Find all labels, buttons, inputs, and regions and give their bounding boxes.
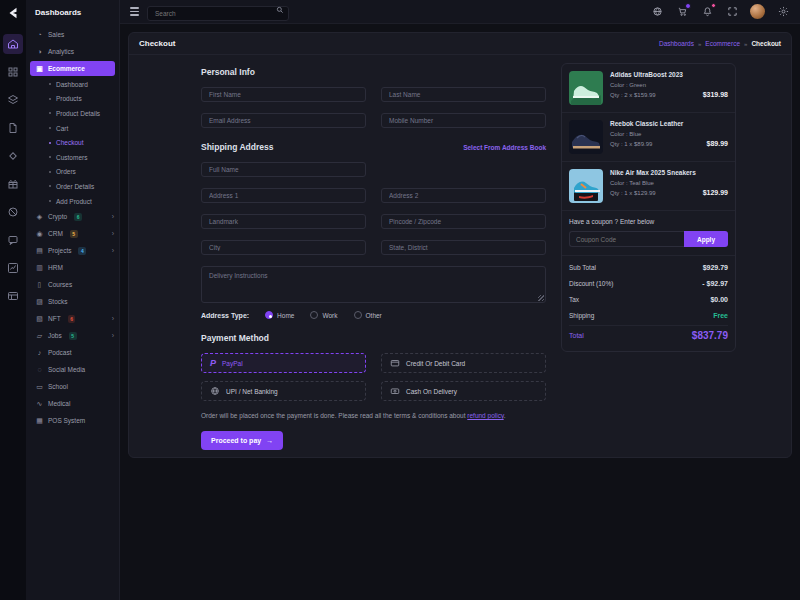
order-summary-panel: Adidas UltraBoost 2023 Color : Green Qty… [561,63,736,352]
sidebar-item-school[interactable]: ▭ School [26,378,119,395]
sidebar-item-ecommerce[interactable]: ▣ Ecommerce [30,61,115,76]
sidebar-subitem-add-product[interactable]: Add Product [26,194,119,209]
rail-home-icon[interactable] [3,34,23,54]
cart-item-reebok: Reebok Classic Leather Color : Blue Qty … [562,113,735,162]
sidebar-item-courses[interactable]: ▯ Courses [26,276,119,293]
pincode-field[interactable] [381,214,546,229]
sidebar-item-stocks[interactable]: ▨ Stocks [26,293,119,310]
payment-option-upi[interactable]: UPI / Net Banking [201,381,366,401]
sidebar-item-medical[interactable]: ∿ Medical [26,395,119,412]
address1-field[interactable] [201,188,366,203]
page-title: Checkout [139,39,175,48]
payment-option-paypal[interactable]: P PayPal [201,353,366,373]
cart-icon[interactable] [675,5,689,19]
rail-pages-icon[interactable] [3,118,23,138]
radio-icon [354,311,362,319]
user-avatar[interactable] [750,4,765,19]
email-field[interactable] [201,113,366,128]
sidebar-item-crm[interactable]: ◉ CRM 5 › [26,225,119,242]
sidebar-item-nft[interactable]: ▧ NFT 6 › [26,310,119,327]
product-image-nike [569,169,603,203]
landmark-field[interactable] [201,214,366,229]
sidebar-item-hrm[interactable]: ▥ HRM [26,259,119,276]
hrm-icon: ▥ [35,264,44,272]
breadcrumb-ecommerce[interactable]: Ecommerce [705,40,740,47]
sidebar-item-social-media[interactable]: ◌ Social Media [26,361,119,378]
language-globe-icon[interactable] [650,5,664,19]
cart-item-nike: Nike Air Max 2025 Sneakers Color : Teal … [562,162,735,211]
checkout-card: Checkout Dashboards » Ecommerce » Checko… [128,32,792,458]
coupon-code-input[interactable] [569,231,684,247]
breadcrumb-current: Checkout [751,40,781,47]
discount-row: Discount (10%) - $92.97 [569,275,728,291]
coupon-section: Have a coupon ? Enter below Apply [562,211,735,256]
chevron-right-icon: › [112,247,114,254]
sidebar-subitem-checkout[interactable]: Checkout [26,135,119,150]
rail-apps-icon[interactable] [3,62,23,82]
sidebar-item-pos-system[interactable]: ▦ POS System [26,412,119,429]
menu-toggle-icon[interactable] [130,7,139,15]
city-field[interactable] [201,240,366,255]
last-name-field[interactable] [381,87,546,102]
checkout-form: Personal Info Shipping Address Select Fr… [201,63,546,450]
sidebar-subitem-cart[interactable]: Cart [26,121,119,136]
address-type-home[interactable]: Home [265,311,294,319]
first-name-field[interactable] [201,87,366,102]
crypto-icon: ◈ [35,213,44,221]
credit-card-icon [390,358,400,368]
breadcrumb-separator: » [744,41,747,47]
sidebar-subitem-products[interactable]: Products [26,92,119,107]
crm-badge: 5 [70,230,78,238]
address2-field[interactable] [381,188,546,203]
sidebar-item-projects[interactable]: ▤ Projects 4 › [26,242,119,259]
chevron-right-icon: › [112,332,114,339]
product-image-reebok [569,120,603,154]
search-input[interactable] [147,6,289,21]
settings-gear-icon[interactable] [776,5,790,19]
rail-chat-icon[interactable] [3,230,23,250]
sidebar-subitem-customers[interactable]: Customers [26,150,119,165]
rail-tables-icon[interactable] [3,286,23,306]
breadcrumb-dashboards[interactable]: Dashboards [659,40,694,47]
sidebar-item-sales[interactable]: ◔ Sales [26,26,119,43]
breadcrumb: Dashboards » Ecommerce » Checkout [659,40,781,47]
refund-policy-link[interactable]: refund policy [467,412,503,419]
address-book-link[interactable]: Select From Address Book [463,144,546,151]
payment-option-cod[interactable]: Cash On Delivery [381,381,546,401]
payment-option-card[interactable]: Credit Or Debit Card [381,353,546,373]
sidebar-item-jobs[interactable]: ▱ Jobs 5 › [26,327,119,344]
delivery-instructions-field[interactable] [201,266,546,303]
state-field[interactable] [381,240,546,255]
mobile-field[interactable] [381,113,546,128]
tax-row: Tax $0.00 [569,291,728,307]
netbanking-globe-icon [210,386,220,396]
address-type-other[interactable]: Other [354,311,382,319]
sidebar-subitem-order-details[interactable]: Order Details [26,179,119,194]
breadcrumb-separator: » [698,41,701,47]
rail-utilities-icon[interactable] [3,146,23,166]
sidebar-item-podcast[interactable]: ♪ Podcast [26,344,119,361]
sidebar-item-crypto[interactable]: ◈ Crypto 6 › [26,208,119,225]
rail-charts-icon[interactable] [3,258,23,278]
notifications-bell-icon[interactable] [700,5,714,19]
app-window: Dashboards ◔ Sales ◑ Analytics ▣ Ecommer… [0,0,800,600]
app-logo-icon[interactable] [6,6,20,24]
arrow-right-icon: → [266,437,273,444]
sidebar-subitem-orders[interactable]: Orders [26,165,119,180]
jobs-icon: ▱ [35,332,44,340]
sidebar-subitem-dashboard[interactable]: Dashboard [26,77,119,92]
crypto-badge: 6 [74,213,82,221]
rail-gift-icon[interactable] [3,174,23,194]
full-name-field[interactable] [201,162,366,177]
proceed-to-pay-button[interactable]: Proceed to pay → [201,431,283,450]
apply-coupon-button[interactable]: Apply [684,231,728,247]
rail-layers-icon[interactable] [3,90,23,110]
address-type-work[interactable]: Work [310,311,337,319]
projects-badge: 4 [78,247,86,255]
fullscreen-icon[interactable] [725,5,739,19]
sidebar-item-analytics[interactable]: ◑ Analytics [26,43,119,60]
icon-rail [0,0,26,600]
rail-auth-icon[interactable] [3,202,23,222]
payment-method-heading: Payment Method [201,333,269,343]
sidebar-subitem-product-details[interactable]: Product Details [26,106,119,121]
